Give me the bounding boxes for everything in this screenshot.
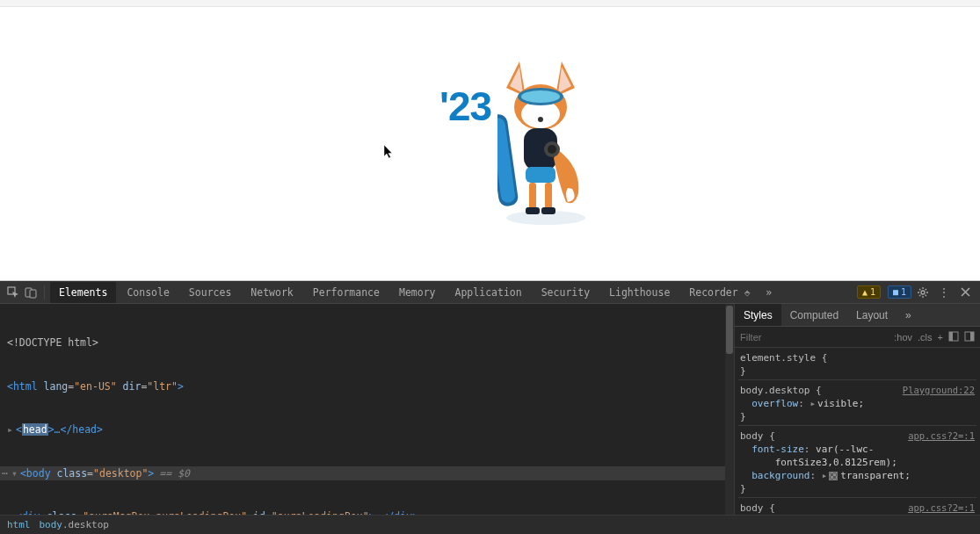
tab-network[interactable]: Network: [242, 282, 301, 303]
svg-rect-11: [541, 207, 555, 214]
styles-tab-computed[interactable]: Computed: [781, 304, 847, 326]
inspect-element-icon[interactable]: [5, 285, 21, 300]
year-label: '23: [439, 83, 491, 130]
dom-breadcrumb[interactable]: html body.desktop: [0, 515, 980, 534]
devtools-panel: Elements Console Sources Network Perform…: [0, 281, 980, 534]
scrollbar-vertical[interactable]: [725, 304, 734, 515]
svg-point-19: [921, 291, 925, 294]
styles-filter-input[interactable]: [740, 332, 889, 343]
dom-head: ▸<head>…</head>: [0, 422, 734, 437]
tab-lighthouse[interactable]: Lighthouse: [600, 282, 679, 303]
crumb-html[interactable]: html: [7, 519, 31, 530]
tab-memory[interactable]: Memory: [390, 282, 445, 303]
styles-panel: Styles Computed Layout » :hov .cls + ele…: [734, 304, 980, 515]
new-rule-icon[interactable]: +: [938, 332, 943, 343]
dom-body-selected: ⋯▾<body class="desktop">== $0: [0, 466, 734, 481]
devtools-main: <!DOCTYPE html> <html lang="en-US" dir="…: [0, 304, 980, 515]
styles-rules[interactable]: element.style { } body.desktop {Playgrou…: [735, 348, 980, 515]
divider: [44, 285, 45, 299]
hov-toggle[interactable]: :hov: [894, 332, 912, 343]
close-devtools-icon[interactable]: [958, 285, 972, 299]
page-viewport: '23: [0, 0, 980, 281]
mouse-cursor-icon: [384, 145, 395, 162]
styles-tab-styles[interactable]: Styles: [735, 304, 781, 326]
loading-mascot: '23: [439, 61, 598, 237]
svg-rect-9: [545, 183, 552, 209]
tab-console[interactable]: Console: [118, 282, 178, 303]
crumb-body[interactable]: body.desktop: [40, 519, 109, 530]
svg-rect-10: [526, 207, 540, 214]
devtools-toolbar: Elements Console Sources Network Perform…: [0, 281, 980, 304]
dom-doctype: <!DOCTYPE html>: [0, 336, 734, 350]
browser-tab-strip: [0, 0, 980, 7]
svg-point-5: [538, 117, 543, 122]
tab-security[interactable]: Security: [533, 282, 599, 303]
kebab-menu-icon[interactable]: ⋮: [937, 285, 951, 299]
rule-body-2: body {app.css?2=:1 margin: ▸0;: [738, 500, 976, 515]
settings-icon[interactable]: [916, 285, 930, 299]
styles-more-icon[interactable]: »: [897, 304, 920, 326]
styles-tab-layout[interactable]: Layout: [847, 304, 897, 326]
computed-panel-icon[interactable]: [948, 331, 959, 343]
svg-rect-21: [949, 332, 953, 341]
tab-sources[interactable]: Sources: [180, 282, 240, 303]
rule-element-style: element.style { }: [738, 350, 976, 380]
svg-point-15: [548, 145, 556, 154]
rule-body-1: body {app.css?2=:1 font-size: var(--lwc-…: [738, 428, 976, 498]
elements-tree[interactable]: <!DOCTYPE html> <html lang="en-US" dir="…: [0, 304, 734, 515]
tab-performance[interactable]: Performance: [304, 282, 388, 303]
tab-application[interactable]: Application: [446, 282, 531, 303]
rule-body-desktop: body.desktop {Playground:22 overflow: ▸v…: [738, 382, 976, 426]
dom-line: ▸<div class="auraMsgBox auraLoadingBox" …: [0, 509, 734, 515]
fox-mascot-icon: [497, 61, 594, 228]
transparent-swatch-icon[interactable]: [829, 472, 838, 480]
svg-rect-18: [30, 290, 36, 298]
scrollbar-thumb[interactable]: [726, 306, 733, 354]
warnings-badge[interactable]: ▲ 1: [857, 285, 881, 299]
styles-filter-bar: :hov .cls +: [735, 327, 980, 348]
dom-html: <html lang="en-US" dir="ltr">: [0, 379, 734, 394]
box-model-icon[interactable]: [964, 331, 975, 343]
svg-rect-7: [526, 167, 555, 183]
styles-tabs: Styles Computed Layout »: [735, 304, 980, 327]
tab-recorder[interactable]: Recorder ⬘: [680, 282, 759, 303]
svg-point-4: [521, 90, 560, 103]
tab-elements[interactable]: Elements: [50, 282, 116, 303]
cls-toggle[interactable]: .cls: [918, 332, 933, 343]
more-tabs-icon[interactable]: »: [761, 285, 777, 300]
svg-rect-8: [529, 183, 536, 209]
svg-rect-23: [970, 332, 974, 341]
issues-badge[interactable]: ■ 1: [888, 285, 911, 299]
device-toggle-icon[interactable]: [23, 285, 39, 300]
